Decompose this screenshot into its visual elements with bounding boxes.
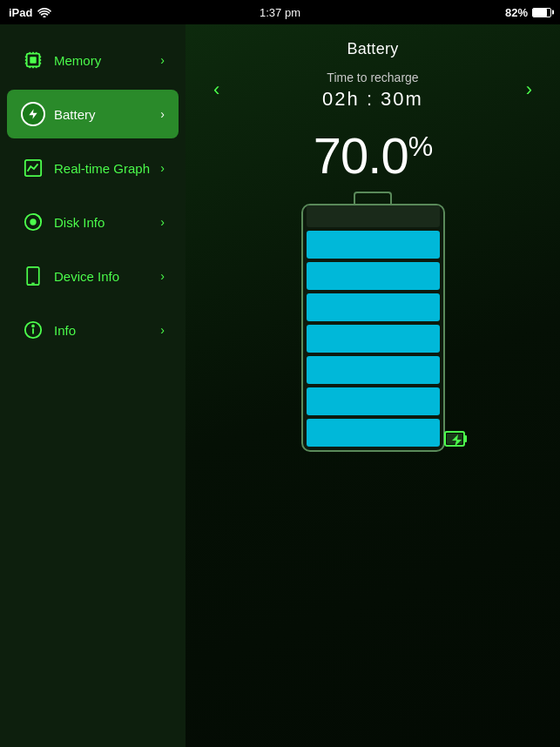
svg-rect-2	[30, 57, 36, 63]
status-bar: iPad 1:37 pm 82%	[0, 0, 560, 24]
battery-label: Battery	[54, 107, 160, 122]
battery-percentage-display: 70.0%	[314, 126, 432, 185]
battery-percentage-status: 82%	[505, 6, 528, 19]
svg-point-23	[32, 326, 34, 327]
battery-cells	[303, 204, 443, 450]
left-arrow-button[interactable]: ‹	[206, 71, 226, 108]
sidebar-item-device-info[interactable]: Device Info ›	[7, 252, 179, 300]
svg-rect-25	[464, 435, 467, 442]
svg-point-0	[44, 16, 46, 17]
sidebar: Memory › Battery › Real	[0, 24, 186, 747]
battery-circle	[21, 102, 45, 126]
sidebar-item-memory[interactable]: Memory ›	[7, 36, 179, 84]
memory-label: Memory	[54, 53, 160, 68]
battery-status-fill	[533, 9, 547, 17]
battery-graphic	[301, 204, 445, 452]
status-left: iPad	[9, 6, 51, 19]
sidebar-item-info[interactable]: Info ›	[7, 306, 179, 354]
svg-rect-19	[27, 267, 39, 285]
battery-graphic-container	[301, 204, 445, 452]
info-chevron: ›	[160, 323, 165, 337]
sidebar-item-disk-info[interactable]: Disk Info ›	[7, 198, 179, 246]
realtime-label: Real-time Graph	[54, 161, 160, 176]
graph-icon	[21, 156, 45, 180]
content-area: Battery ‹ Time to recharge 02h : 30m › 7…	[186, 24, 560, 747]
info-icon	[21, 318, 45, 342]
disk-icon	[21, 210, 45, 234]
sidebar-item-battery[interactable]: Battery ›	[7, 90, 179, 138]
device-info-label: Device Info	[54, 269, 160, 284]
battery-nub	[354, 192, 392, 204]
info-label: Info	[54, 323, 160, 338]
disk-chevron: ›	[160, 215, 165, 229]
device-icon	[21, 264, 45, 288]
nav-arrows: ‹ Time to recharge 02h : 30m ›	[186, 69, 560, 111]
memory-chevron: ›	[160, 53, 165, 67]
svg-point-18	[30, 219, 36, 225]
svg-marker-15	[29, 109, 37, 119]
chip-icon	[21, 48, 45, 72]
wifi-icon	[37, 7, 51, 17]
app-container: Memory › Battery › Real	[0, 24, 560, 747]
status-right: 82%	[505, 6, 551, 19]
battery-cell-3	[307, 356, 440, 384]
charging-icon	[443, 425, 471, 459]
sidebar-item-realtime-graph[interactable]: Real-time Graph ›	[7, 144, 179, 192]
disk-label: Disk Info	[54, 215, 160, 230]
battery-cell-4	[307, 325, 440, 353]
battery-cell-6	[307, 262, 440, 290]
device-name: iPad	[9, 6, 32, 19]
recharge-label: Time to recharge	[322, 71, 423, 84]
battery-chevron: ›	[160, 107, 165, 121]
battery-percent-symbol: %	[408, 131, 432, 162]
recharge-time: 02h : 30m	[322, 88, 423, 111]
battery-cell-5	[307, 293, 440, 321]
battery-percent-value: 70.0	[314, 127, 408, 184]
battery-cell-7	[307, 231, 440, 259]
battery-cell-2	[307, 387, 440, 415]
content-title: Battery	[186, 24, 560, 65]
battery-status-icon	[532, 8, 551, 17]
device-info-chevron: ›	[160, 269, 165, 283]
status-time: 1:37 pm	[260, 6, 300, 19]
battery-nav-icon	[21, 102, 45, 126]
battery-cell-8	[307, 204, 440, 227]
battery-cell-1	[307, 419, 440, 447]
realtime-chevron: ›	[160, 161, 165, 175]
right-arrow-button[interactable]: ›	[519, 71, 539, 108]
